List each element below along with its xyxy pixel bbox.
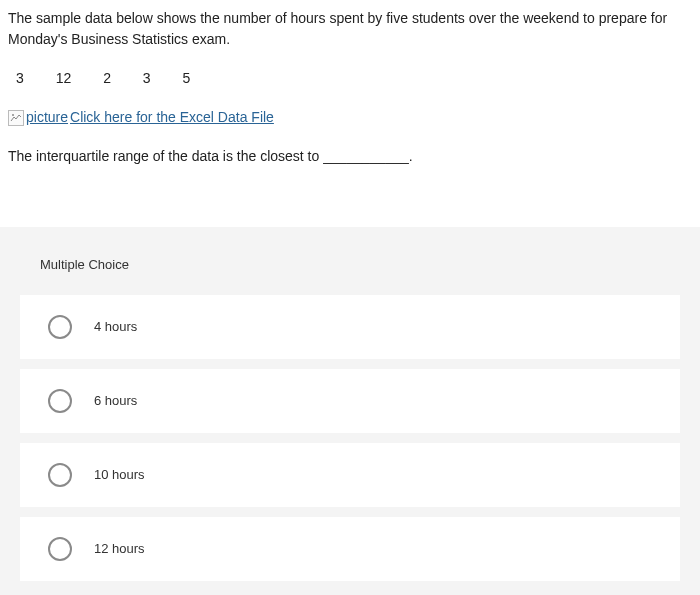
svg-point-0	[12, 114, 14, 116]
fill-in-sentence: The interquartile range of the data is t…	[8, 146, 692, 167]
option-row[interactable]: 12 hours	[20, 517, 680, 581]
question-area: The sample data below shows the number o…	[0, 0, 700, 197]
radio-button[interactable]	[48, 537, 72, 561]
radio-button[interactable]	[48, 389, 72, 413]
data-value: 12	[56, 68, 72, 89]
option-row[interactable]: 10 hours	[20, 443, 680, 507]
option-label: 10 hours	[94, 465, 145, 485]
data-value: 5	[183, 68, 191, 89]
options-container: 4 hours 6 hours 10 hours 12 hours	[0, 295, 700, 581]
fill-blank-line: ___________	[323, 148, 409, 164]
fill-text-after: .	[409, 148, 413, 164]
answers-block: Multiple Choice 4 hours 6 hours 10 hours…	[0, 227, 700, 595]
excel-data-file-link[interactable]: Click here for the Excel Data File	[70, 107, 274, 128]
excel-link-row: pictureClick here for the Excel Data Fil…	[8, 107, 692, 128]
data-value: 3	[16, 68, 24, 89]
data-value: 3	[143, 68, 151, 89]
data-values-row: 3 12 2 3 5	[16, 68, 692, 89]
radio-button[interactable]	[48, 315, 72, 339]
option-label: 6 hours	[94, 391, 137, 411]
option-row[interactable]: 6 hours	[20, 369, 680, 433]
option-label: 4 hours	[94, 317, 137, 337]
option-label: 12 hours	[94, 539, 145, 559]
multiple-choice-header: Multiple Choice	[0, 227, 700, 295]
data-value: 2	[103, 68, 111, 89]
broken-image-icon	[8, 110, 24, 126]
option-row[interactable]: 4 hours	[20, 295, 680, 359]
excel-alt-text: picture	[26, 107, 68, 128]
fill-text-before: The interquartile range of the data is t…	[8, 148, 323, 164]
radio-button[interactable]	[48, 463, 72, 487]
question-prompt: The sample data below shows the number o…	[8, 8, 692, 50]
